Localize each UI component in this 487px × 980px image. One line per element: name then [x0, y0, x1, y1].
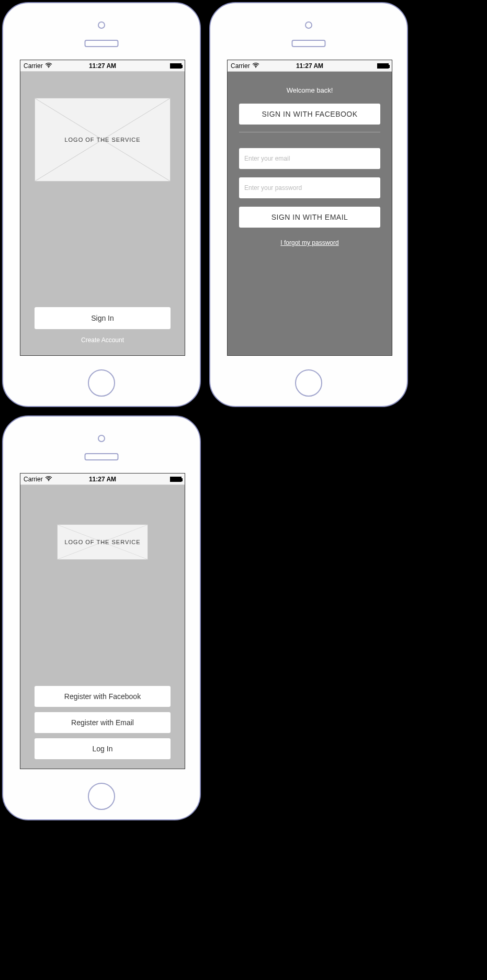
- signin-facebook-button[interactable]: SIGN IN WITH FACEBOOK: [239, 104, 380, 125]
- home-button[interactable]: [88, 783, 115, 810]
- logo-text: LOGO OF THE SERVICE: [64, 539, 140, 545]
- create-account-label: Create Account: [81, 336, 124, 344]
- logo-text: LOGO OF THE SERVICE: [64, 137, 140, 143]
- carrier-label: Carrier: [231, 62, 250, 70]
- phone-camera: [98, 435, 105, 442]
- status-bar: Carrier 11:27 AM: [20, 60, 185, 72]
- phone-speaker: [292, 40, 326, 47]
- battery-icon: [377, 63, 389, 69]
- status-bar: Carrier 11:27 AM: [228, 60, 392, 72]
- clock-label: 11:27 AM: [296, 62, 323, 70]
- phone-frame-3: Carrier 11:27 AM LOGO OF THE SERVICE: [0, 413, 203, 823]
- register-facebook-button[interactable]: Register with Facebook: [35, 686, 171, 707]
- register-facebook-label: Register with Facebook: [64, 692, 141, 701]
- phone-camera: [98, 21, 105, 29]
- battery-icon: [170, 477, 182, 482]
- carrier-label: Carrier: [24, 476, 43, 483]
- logo-placeholder: LOGO OF THE SERVICE: [35, 98, 171, 182]
- wifi-icon: [252, 62, 259, 70]
- phone-speaker: [85, 453, 119, 460]
- signin-email-label: SIGN IN WITH EMAIL: [271, 213, 348, 221]
- clock-label: 11:27 AM: [89, 476, 116, 483]
- wifi-icon: [45, 62, 52, 70]
- email-field[interactable]: [239, 148, 380, 169]
- phone-frame-1: Carrier 11:27 AM LOGO OF THE SERVICE: [0, 0, 203, 409]
- forgot-password-label: I forgot my password: [280, 239, 338, 246]
- phone-frame-2: Carrier 11:27 AM Welcome back! SIGN IN W…: [207, 0, 410, 409]
- clock-label: 11:27 AM: [89, 62, 116, 70]
- signin-email-button[interactable]: SIGN IN WITH EMAIL: [239, 207, 380, 228]
- status-bar: Carrier 11:27 AM: [20, 474, 185, 485]
- logo-placeholder: LOGO OF THE SERVICE: [57, 524, 148, 560]
- register-email-label: Register with Email: [71, 718, 134, 727]
- battery-icon: [170, 63, 182, 69]
- divider: [239, 132, 380, 132]
- login-button[interactable]: Log In: [35, 738, 171, 759]
- phone-speaker: [85, 40, 119, 47]
- empty-cell: [207, 413, 410, 823]
- home-button[interactable]: [88, 369, 115, 397]
- create-account-link[interactable]: Create Account: [35, 336, 171, 344]
- wifi-icon: [45, 476, 52, 483]
- signin-facebook-label: SIGN IN WITH FACEBOOK: [262, 110, 357, 118]
- signin-button[interactable]: Sign In: [35, 307, 171, 329]
- signin-label: Sign In: [91, 314, 114, 322]
- password-field[interactable]: [239, 177, 380, 198]
- svg-point-0: [48, 66, 49, 67]
- login-label: Log In: [93, 745, 113, 753]
- forgot-password-link[interactable]: I forgot my password: [239, 239, 380, 246]
- carrier-label: Carrier: [24, 62, 43, 70]
- phone-camera: [305, 21, 312, 29]
- register-email-button[interactable]: Register with Email: [35, 712, 171, 733]
- welcome-title: Welcome back!: [228, 86, 392, 94]
- svg-point-4: [48, 480, 49, 481]
- svg-point-3: [255, 66, 256, 67]
- home-button[interactable]: [295, 369, 322, 397]
